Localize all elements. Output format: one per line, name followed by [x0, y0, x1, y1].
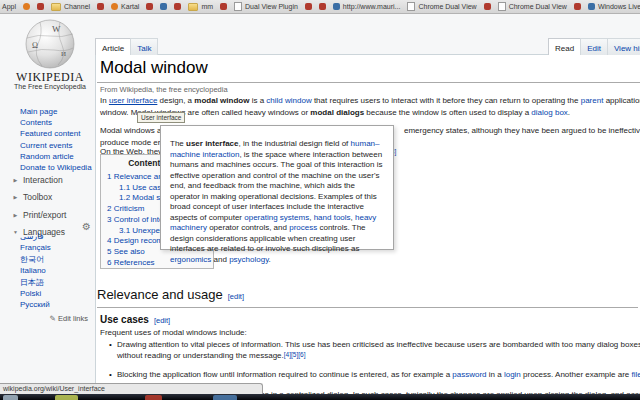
bookmark-item[interactable] [305, 3, 312, 10]
bullet-1-line-2: without reading or understanding the mes… [117, 351, 305, 360]
taskbar-app-icon[interactable] [213, 395, 237, 400]
language-link[interactable]: Italiano [20, 265, 51, 276]
language-link[interactable]: 日本語 [20, 277, 51, 288]
taskbar-app-icon[interactable] [55, 395, 78, 400]
page-tab-label: Talk [137, 44, 151, 53]
language-link[interactable]: 한국어 [20, 254, 51, 265]
section-arrow-icon [12, 177, 19, 183]
sidebar-section-label: Print/export [23, 210, 66, 220]
svg-text:Ω: Ω [32, 41, 38, 50]
paragraph2-line1-right: emergency states, although they have bee… [404, 126, 640, 135]
taskbar-app-icon[interactable] [3, 395, 18, 400]
page-tab[interactable]: Article [95, 38, 131, 55]
bookmark-favicon [146, 3, 153, 10]
link-tooltip: User interface [137, 112, 185, 123]
sidebar-nav-link[interactable]: Featured content [20, 128, 92, 139]
sidebar-section-label: Toolbox [23, 192, 52, 202]
bullet-2: Blocking the application flow until info… [117, 370, 640, 379]
bookmark-label: http://www.mauri... [343, 3, 401, 10]
bookmark-item[interactable]: Appl [2, 3, 16, 10]
section-arrow-icon [12, 212, 19, 218]
sidebar-nav-link[interactable]: Random article [20, 151, 92, 162]
bookmark-item[interactable] [220, 3, 227, 10]
h3-edit-link[interactable]: [edit] [154, 316, 170, 325]
page-tab[interactable]: Talk [130, 38, 158, 55]
bookmark-item[interactable] [146, 3, 153, 10]
h2-label: Relevance and usage [97, 287, 223, 302]
bookmark-favicon [319, 3, 326, 10]
article-title: Modal window [100, 58, 208, 78]
bookmark-item[interactable]: Chrome Dual View [407, 2, 476, 11]
bookmark-item[interactable] [37, 3, 44, 10]
bookmark-label: Appl [2, 3, 16, 10]
language-list: فارسیFrançais한국어Italiano日本語PolskiРусский [20, 231, 51, 311]
bookmark-favicon [37, 3, 44, 10]
bookmark-item[interactable] [574, 3, 581, 10]
bookmark-favicon [498, 2, 506, 11]
bookmark-label: Windows Live [598, 3, 640, 10]
sidebar-section-toggle[interactable]: Print/export [12, 206, 66, 224]
bookmark-item[interactable] [319, 3, 326, 10]
bookmark-favicon [333, 3, 340, 10]
edit-links-label: Edit links [58, 314, 88, 323]
bookmark-item[interactable]: Kartal [111, 3, 139, 10]
popup-text: The user interface, in the industrial de… [170, 139, 385, 265]
wikipedia-globe-logo[interactable]: W Ω И [18, 19, 82, 69]
view-tab[interactable]: View history [607, 38, 640, 55]
sidebar-section-toggle[interactable]: Interaction [12, 171, 66, 189]
bookmark-item[interactable]: mm [188, 3, 213, 11]
browser-status-bar: wikipedia.org/wiki/User_interface [0, 383, 263, 394]
bookmark-item[interactable]: Chrome Dual View [498, 2, 567, 11]
bookmark-item[interactable]: Windows Live [588, 3, 640, 10]
bookmark-item[interactable]: http://www.mauri... [333, 3, 401, 10]
bookmark-item[interactable]: Channel [51, 3, 90, 11]
sidebar-nav-link[interactable]: Current events [20, 140, 92, 151]
language-settings-gear-icon[interactable]: ⚙ [82, 221, 91, 232]
taskbar-app-icon[interactable] [145, 395, 162, 400]
edit-links[interactable]: ✎ Edit links [18, 314, 88, 323]
bookmark-favicon [111, 3, 118, 10]
bookmark-favicon [188, 3, 198, 11]
language-link[interactable]: Русский [20, 299, 51, 310]
view-tab-label: Read [555, 44, 574, 53]
bookmark-favicon [97, 3, 104, 10]
bookmark-favicon [305, 3, 312, 10]
sidebar-nav-link[interactable]: Main page [20, 106, 92, 117]
bookmark-label: mm [201, 3, 213, 10]
bookmark-item[interactable] [97, 3, 104, 10]
bookmarks-bar[interactable]: Appl Channel Kartal [0, 0, 640, 14]
sidebar-nav: Main pageContentsFeatured contentCurrent… [20, 106, 92, 173]
bookmark-label: Channel [64, 3, 90, 10]
view-tab[interactable]: Edit [580, 38, 608, 55]
view-tab-label: Edit [587, 44, 601, 53]
bookmark-item[interactable] [174, 3, 181, 10]
tabs-right: Read Edit View history [548, 38, 640, 55]
sidebar-nav-link[interactable]: Contents [20, 117, 92, 128]
sidebar-section-toggle[interactable]: Toolbox [12, 189, 66, 207]
subsection-heading-use-cases: Use cases[edit] [100, 309, 170, 327]
bookmark-item[interactable] [23, 3, 30, 10]
language-link[interactable]: Polski [20, 288, 51, 299]
bookmark-label: Dual View Plugin [245, 3, 298, 10]
bookmark-favicon [588, 3, 595, 10]
section-arrow-icon [12, 229, 19, 235]
view-tab[interactable]: Read [548, 38, 581, 55]
view-tab-label: View history [614, 44, 640, 53]
bookmark-item[interactable] [484, 3, 491, 10]
title-divider [97, 82, 640, 83]
section-arrow-icon [12, 194, 19, 200]
windows-taskbar[interactable] [0, 394, 640, 400]
bookmark-item[interactable]: Dual View Plugin [234, 2, 298, 11]
article-preview-popup[interactable]: The user interface, in the industrial de… [160, 125, 394, 250]
bookmark-favicon [234, 2, 242, 11]
bookmark-label: Chrome Dual View [418, 3, 476, 10]
language-link[interactable]: فارسی [20, 231, 51, 242]
bookmark-item[interactable] [160, 3, 167, 10]
tabs-left: Article Talk [95, 38, 157, 55]
pencil-icon: ✎ [50, 314, 56, 323]
h2-edit-link[interactable]: [edit] [228, 292, 244, 301]
language-link[interactable]: Français [20, 242, 51, 253]
wikipedia-page: W Ω И WIKIPEDIA The Free Encyclopedia Ma… [0, 13, 640, 400]
toc-item-label: 5 See also [107, 247, 145, 256]
site-subtitle: From Wikipedia, the free encyclopedia [100, 85, 228, 94]
